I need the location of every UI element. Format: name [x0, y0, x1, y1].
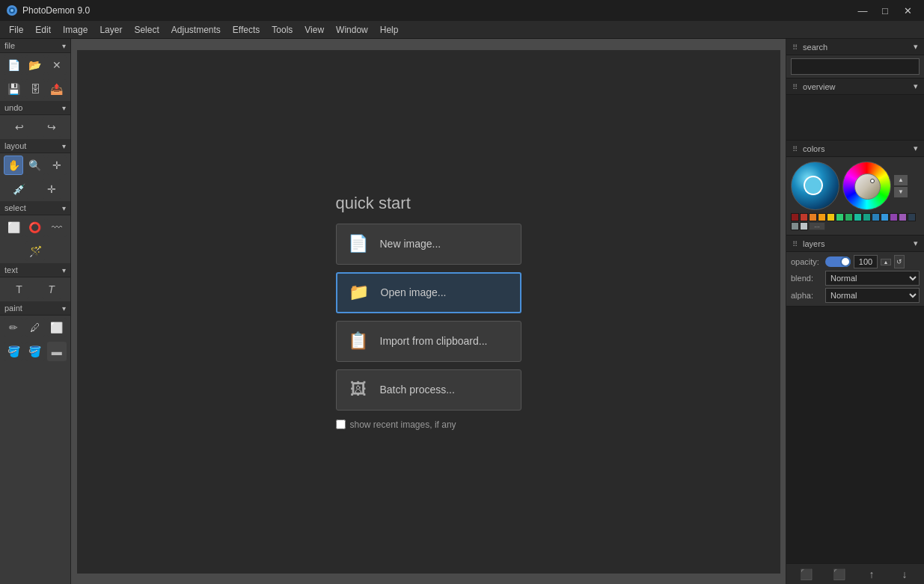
menu-item-adjustments[interactable]: Adjustments [165, 22, 227, 38]
batch-process-icon: 🖼 [347, 380, 370, 399]
new-file-button[interactable]: 📄 [4, 55, 23, 75]
select-tools-row: ⬜ ⭕ 〰 [0, 215, 70, 239]
layout-tools-row2: 💉 ✛ [0, 177, 70, 201]
open-image-button[interactable]: 📁 Open image... [336, 272, 521, 313]
section-arrow-layout: ▾ [62, 142, 66, 150]
color-swatch[interactable] [863, 213, 871, 221]
section-header-select[interactable]: select ▾ [0, 201, 70, 215]
menu-item-tools[interactable]: Tools [266, 22, 299, 38]
move-tool-button[interactable]: ✋ [4, 156, 23, 175]
canvas-area: quick start 📄 New image... 📁 Open image.… [71, 39, 786, 584]
section-header-file[interactable]: file ▾ [0, 39, 70, 53]
more-swatches-button[interactable]: ··· [809, 222, 825, 230]
menu-item-view[interactable]: View [299, 22, 330, 38]
color-swatch[interactable] [854, 213, 862, 221]
minimize-button[interactable]: — [852, 3, 873, 18]
search-arrow: ▾ [914, 42, 918, 52]
menu-item-effects[interactable]: Effects [227, 22, 266, 38]
color-swatch[interactable] [899, 213, 907, 221]
open-file-button[interactable]: 📂 [25, 55, 45, 75]
ellipse-select-button[interactable]: ⭕ [25, 218, 45, 237]
section-arrow-paint: ▾ [62, 304, 66, 313]
text-tool-button[interactable]: T [10, 280, 29, 299]
color-swatch[interactable] [890, 213, 898, 221]
section-header-layout[interactable]: layout ▾ [0, 139, 70, 153]
color-swatch[interactable] [809, 213, 817, 221]
import-clipboard-button[interactable]: 📋 Import from clipboard... [336, 321, 521, 362]
alpha-select[interactable]: NormalInheritLocked [825, 288, 920, 303]
zoom-tool-button[interactable]: 🔍 [25, 156, 45, 175]
brush-button[interactable]: 🖊 [25, 318, 45, 337]
rect-select-button[interactable]: ⬜ [4, 218, 23, 237]
undo-button[interactable]: ↩ [10, 117, 29, 137]
color-swatch[interactable] [791, 213, 799, 221]
color-swatch[interactable] [908, 213, 916, 221]
section-label-paint: paint [4, 304, 22, 313]
colors-section-header[interactable]: ⠿ colors ▾ [786, 141, 924, 157]
color-swatch[interactable] [836, 213, 844, 221]
color-arrow-buttons: ▲ ▼ [894, 175, 908, 197]
eraser-button[interactable]: ⬜ [47, 318, 67, 337]
search-input[interactable] [791, 58, 920, 75]
color-swatch[interactable] [818, 213, 826, 221]
section-header-paint[interactable]: paint ▾ [0, 301, 70, 316]
color-wheel-hsl[interactable] [791, 162, 839, 210]
color-swatch[interactable] [791, 222, 799, 230]
layer-up-button[interactable]: ↑ [863, 566, 881, 583]
layers-section-header[interactable]: ⠿ layers ▾ [786, 236, 924, 252]
color-swatch[interactable] [845, 213, 853, 221]
eyedropper-button[interactable]: 💉 [10, 179, 29, 199]
section-header-undo[interactable]: undo ▾ [0, 101, 70, 115]
menu-item-edit[interactable]: Edit [29, 22, 57, 38]
section-header-text[interactable]: text ▾ [0, 263, 70, 277]
pan-tool-button[interactable]: ✛ [47, 156, 67, 175]
close-button[interactable]: ✕ [897, 3, 918, 18]
section-label-search: ⠿ search [792, 43, 827, 52]
redo-button[interactable]: ↪ [42, 117, 61, 137]
export-button[interactable]: 📤 [47, 79, 67, 99]
opacity-spin-up[interactable]: ▲ [881, 259, 891, 265]
lasso-select-button[interactable]: 〰 [47, 218, 67, 237]
opacity-reset[interactable]: ↺ [894, 255, 905, 268]
save-copy-button[interactable]: 🗄 [25, 79, 45, 99]
opacity-slider[interactable] [825, 256, 851, 267]
color-swatch[interactable] [827, 213, 835, 221]
blend-row: blend: NormalMultiplyScreenOverlayDarken… [791, 271, 920, 286]
menu-item-layer[interactable]: Layer [94, 22, 128, 38]
color-swatch[interactable] [800, 222, 808, 230]
menu-item-help[interactable]: Help [374, 22, 405, 38]
section-label-undo: undo [4, 103, 22, 112]
layer-merge-button[interactable]: ⬛ [830, 566, 848, 583]
paint-bucket-button[interactable]: 🪣 [25, 342, 45, 361]
close-file-button[interactable]: ✕ [47, 55, 67, 75]
layer-down-button[interactable]: ↓ [896, 566, 914, 583]
menu-item-image[interactable]: Image [57, 22, 94, 38]
color-arrow-up[interactable]: ▲ [894, 175, 908, 185]
save-button[interactable]: 💾 [4, 79, 23, 99]
color-swatch[interactable] [800, 213, 808, 221]
color-swatch[interactable] [881, 213, 889, 221]
color-swatch[interactable] [872, 213, 880, 221]
crosshair-button[interactable]: ✛ [42, 179, 61, 199]
overview-section-header[interactable]: ⠿ overview ▾ [786, 79, 924, 95]
new-image-button[interactable]: 📄 New image... [336, 224, 521, 265]
menu-item-file[interactable]: File [3, 22, 29, 38]
color-arrow-down[interactable]: ▼ [894, 187, 908, 197]
maximize-button[interactable]: □ [875, 3, 896, 18]
menu-item-window[interactable]: Window [330, 22, 374, 38]
color-wheel-spectrum[interactable] [842, 162, 891, 210]
section-label-layout: layout [4, 141, 26, 150]
color-replace-button[interactable]: ▬ [47, 342, 67, 361]
layer-stack-icon-button[interactable]: ⬛ [797, 566, 815, 583]
batch-process-button[interactable]: 🖼 Batch process... [336, 369, 521, 411]
pencil-button[interactable]: ✏ [4, 318, 23, 337]
fill-button[interactable]: 🪣 [4, 342, 23, 361]
magic-wand-button[interactable]: 🪄 [25, 242, 45, 261]
blend-select[interactable]: NormalMultiplyScreenOverlayDarkenLighten… [825, 271, 920, 286]
menu-item-select[interactable]: Select [128, 22, 165, 38]
show-recent-checkbox[interactable] [336, 419, 346, 429]
text-vertical-button[interactable]: T [42, 280, 61, 299]
search-section-header[interactable]: ⠿ search ▾ [786, 39, 924, 55]
opacity-value-input[interactable] [854, 255, 878, 268]
quickstart-panel: quick start 📄 New image... 📁 Open image.… [336, 194, 521, 430]
